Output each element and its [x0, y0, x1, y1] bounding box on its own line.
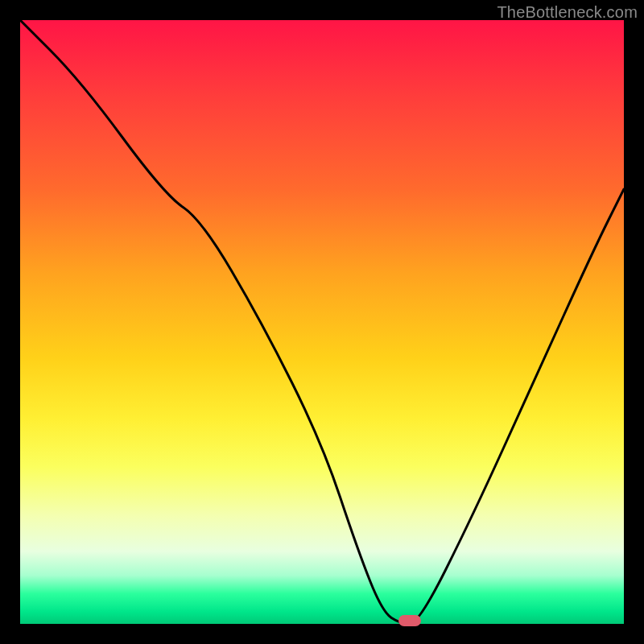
chart-frame: TheBottleneck.com — [0, 0, 644, 644]
watermark-text: TheBottleneck.com — [497, 3, 638, 22]
bottleneck-curve — [20, 20, 624, 624]
optimal-marker — [398, 615, 421, 626]
plot-area — [20, 20, 624, 624]
curve-path — [20, 20, 624, 624]
